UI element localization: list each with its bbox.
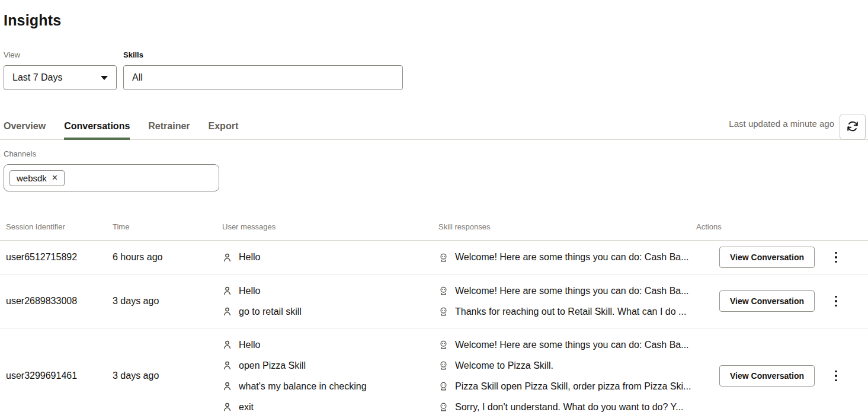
actions-cell: View Conversation xyxy=(696,247,868,268)
table-row: user3299691461 3 days ago Helloopen Pizz… xyxy=(0,328,868,412)
skill-responses-cell: Welcome! Here are some things you can do… xyxy=(438,280,696,322)
message-text: Pizza Skill open Pizza Skill, order pizz… xyxy=(455,381,691,392)
channels-section: Channels websdk × xyxy=(4,149,868,191)
column-header-actions: Actions xyxy=(696,222,868,231)
time-value: 3 days ago xyxy=(113,371,222,381)
user-message-line: Hello xyxy=(222,247,438,268)
message-text: Hello xyxy=(239,252,260,263)
channel-chip-websdk: websdk × xyxy=(9,170,65,186)
message-text: Sorry, I don't understand. What do you w… xyxy=(455,402,684,412)
caret-down-icon xyxy=(101,76,108,80)
conversations-table: Session Identifier Time User messages Sk… xyxy=(0,222,868,412)
person-icon xyxy=(222,360,232,371)
session-id: user3299691461 xyxy=(6,371,113,381)
kebab-menu-icon[interactable] xyxy=(832,250,840,266)
user-messages-cell: Helloopen Pizza Skillwhat's my balance i… xyxy=(222,334,438,412)
person-icon xyxy=(222,306,232,317)
person-icon xyxy=(222,286,232,296)
skills-input-value: All xyxy=(132,72,143,83)
skill-response-line: Welcome! Here are some things you can do… xyxy=(438,334,696,355)
last-updated-text: Last updated a minute ago xyxy=(729,119,834,129)
channels-label: Channels xyxy=(4,149,868,158)
message-text: Welcome! Here are some things you can do… xyxy=(455,286,689,296)
message-text: Hello xyxy=(239,340,260,350)
session-id: user6512715892 xyxy=(6,252,113,263)
tab-export[interactable]: Export xyxy=(209,115,239,140)
tab-conversations[interactable]: Conversations xyxy=(64,115,130,140)
refresh-button[interactable] xyxy=(840,114,866,140)
refresh-icon xyxy=(846,120,859,135)
bot-icon xyxy=(438,381,449,391)
close-icon[interactable]: × xyxy=(52,173,57,183)
skill-responses-cell: Welcome! Here are some things you can do… xyxy=(438,334,696,412)
view-select[interactable]: Last 7 Days xyxy=(4,65,117,90)
kebab-menu-icon[interactable] xyxy=(832,293,840,309)
skill-response-line: Welcome to Pizza Skill. xyxy=(438,355,696,376)
message-text: what's my balance in checking xyxy=(239,381,367,392)
user-message-line: what's my balance in checking xyxy=(222,376,438,397)
skill-response-line: Welcome! Here are some things you can do… xyxy=(438,247,696,268)
bot-icon xyxy=(438,253,449,263)
user-messages-cell: Hello xyxy=(222,247,438,268)
message-text: exit xyxy=(239,402,254,412)
table-row: user2689833008 3 days ago Hellogo to ret… xyxy=(0,274,868,328)
column-header-session: Session Identifier xyxy=(6,222,113,231)
channels-input[interactable]: websdk × xyxy=(4,164,219,191)
bot-icon xyxy=(438,286,449,296)
table-row: user6512715892 6 hours ago Hello Welcome… xyxy=(0,241,868,274)
skill-responses-cell: Welcome! Here are some things you can do… xyxy=(438,247,696,268)
message-text: Thanks for reaching out to Retail Skill.… xyxy=(455,306,686,317)
tab-overview[interactable]: Overview xyxy=(4,115,46,140)
message-text: go to retail skill xyxy=(239,306,302,317)
user-message-line: Hello xyxy=(222,280,438,301)
skill-response-line: Thanks for reaching out to Retail Skill.… xyxy=(438,301,696,322)
bot-icon xyxy=(438,340,449,350)
tabbar-right: Last updated a minute ago xyxy=(729,114,866,139)
page-title: Insights xyxy=(4,12,868,29)
column-header-user-messages: User messages xyxy=(222,222,438,231)
person-icon xyxy=(222,381,232,391)
user-message-line: go to retail skill xyxy=(222,301,438,322)
actions-cell: View Conversation xyxy=(696,365,868,387)
view-conversation-button[interactable]: View Conversation xyxy=(719,290,815,312)
skills-filter: Skills All xyxy=(123,50,403,90)
bot-icon xyxy=(438,306,449,317)
user-message-line: exit xyxy=(222,397,438,412)
filters-row: View Last 7 Days Skills All xyxy=(4,50,868,90)
skill-response-line: Pizza Skill open Pizza Skill, order pizz… xyxy=(438,376,696,397)
view-label: View xyxy=(4,50,117,59)
insights-page: Insights View Last 7 Days Skills All Ove… xyxy=(0,12,868,412)
user-messages-cell: Hellogo to retail skill xyxy=(222,280,438,322)
time-value: 6 hours ago xyxy=(113,252,222,263)
user-message-line: Hello xyxy=(222,334,438,355)
skills-label: Skills xyxy=(123,50,403,59)
tab-bar: Overview Conversations Retrainer Export … xyxy=(0,114,868,140)
person-icon xyxy=(222,402,232,412)
bot-icon xyxy=(438,360,449,371)
user-message-line: open Pizza Skill xyxy=(222,355,438,376)
table-header: Session Identifier Time User messages Sk… xyxy=(0,222,868,241)
tab-retrainer[interactable]: Retrainer xyxy=(148,115,190,140)
column-header-time: Time xyxy=(113,222,222,231)
message-text: open Pizza Skill xyxy=(239,360,306,371)
skills-input[interactable]: All xyxy=(123,65,403,90)
time-value: 3 days ago xyxy=(113,296,222,306)
message-text: Welcome to Pizza Skill. xyxy=(455,360,553,371)
message-text: Welcome! Here are some things you can do… xyxy=(455,340,689,350)
tabs: Overview Conversations Retrainer Export xyxy=(4,115,238,139)
skill-response-line: Welcome! Here are some things you can do… xyxy=(438,280,696,301)
message-text: Welcome! Here are some things you can do… xyxy=(455,252,689,263)
message-text: Hello xyxy=(239,286,260,296)
person-icon xyxy=(222,340,232,350)
kebab-menu-icon[interactable] xyxy=(832,368,840,384)
view-conversation-button[interactable]: View Conversation xyxy=(719,365,815,387)
person-icon xyxy=(222,253,232,263)
chip-label: websdk xyxy=(17,173,47,183)
session-id: user2689833008 xyxy=(6,296,113,306)
skill-response-line: Sorry, I don't understand. What do you w… xyxy=(438,397,696,412)
view-conversation-button[interactable]: View Conversation xyxy=(719,247,815,268)
view-select-value: Last 7 Days xyxy=(12,72,62,83)
bot-icon xyxy=(438,402,449,412)
table-body: user6512715892 6 hours ago Hello Welcome… xyxy=(0,241,868,412)
column-header-skill-responses: Skill responses xyxy=(438,222,696,231)
